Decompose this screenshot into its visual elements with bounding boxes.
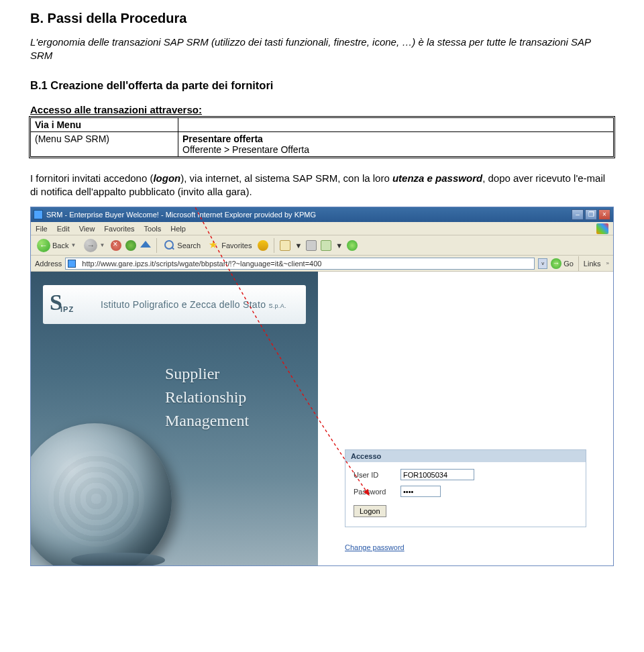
org-banner: SIPZ Istituto Poligrafico e Zecca dello … [43, 285, 306, 324]
login-header: Accesso [345, 450, 586, 462]
table-header-cell [178, 117, 614, 131]
desc-credentials: utenza e password [392, 172, 482, 184]
page-title: B. Passi della Procedura [30, 11, 614, 26]
chevron-down-icon: ▼ [294, 241, 302, 250]
menu-favorites[interactable]: Favorites [104, 225, 134, 233]
chevron-down-icon: ▼ [335, 241, 343, 250]
table-cell-bold: Presentare offerta [182, 133, 263, 144]
refresh-icon[interactable] [125, 240, 136, 251]
ie-toolbar: ← Back ▼ → ▼ Search ★ Favorites ▼ ▼ [31, 235, 613, 256]
srm-title: Supplier Relationship Management [165, 362, 249, 432]
menu-edit[interactable]: Edit [57, 225, 70, 233]
password-label: Password [354, 488, 394, 496]
stop-icon[interactable] [111, 240, 121, 251]
table-cell-line: Offerente > Presentare Offerta [182, 144, 309, 155]
search-icon [164, 240, 175, 251]
change-password-link[interactable]: Change password [345, 543, 600, 551]
login-box: Accesso User ID Password Logon [345, 449, 586, 527]
userid-label: User ID [354, 471, 394, 479]
toolbar-divider [156, 238, 157, 253]
forward-arrow-icon: → [84, 239, 97, 252]
table-cell: (Menu SAP SRM) [31, 131, 178, 156]
access-table: Via i Menu (Menu SAP SRM) Presentare off… [30, 117, 614, 157]
sub-heading: B.1 Creazione dell'offerta da parte dei … [30, 79, 614, 92]
org-name: Istituto Poligrafico e Zecca dello Stato… [101, 299, 286, 310]
menu-help[interactable]: Help [170, 225, 186, 233]
ie-menubar: File Edit View Favorites Tools Help [31, 222, 613, 235]
globe-stand [71, 553, 165, 565]
page-icon [68, 260, 76, 268]
history-icon[interactable] [258, 240, 268, 251]
mail-icon[interactable] [280, 240, 290, 251]
menu-tools[interactable]: Tools [144, 225, 162, 233]
ie-addressbar: Address http://www.gare.ipzs.it/scripts/… [31, 256, 613, 272]
intro-paragraph: L'ergonomia delle transazioni SAP SRM (u… [30, 36, 614, 63]
menu-file[interactable]: File [36, 225, 48, 233]
links-chevron-icon: » [606, 260, 609, 266]
chevron-down-icon: ▼ [99, 242, 105, 248]
minimize-button[interactable]: – [572, 209, 584, 220]
description-paragraph: I fornitori invitati accedono (logon), v… [30, 172, 614, 199]
back-label: Back [52, 241, 68, 250]
toolbar-divider [274, 238, 274, 253]
logon-button[interactable]: Logon [354, 505, 386, 517]
desc-text: ), via internet, al sistema SAP SRM, con… [180, 172, 392, 184]
print-icon[interactable] [306, 240, 317, 251]
edit-icon[interactable] [321, 240, 331, 251]
left-banner-panel: SIPZ Istituto Poligrafico e Zecca dello … [31, 272, 318, 565]
menu-view[interactable]: View [79, 225, 95, 233]
messenger-icon[interactable] [347, 240, 358, 251]
favorites-label: Favorites [221, 241, 252, 250]
go-icon: → [551, 258, 561, 269]
back-button[interactable]: ← Back ▼ [35, 237, 78, 254]
go-button[interactable]: → Go [551, 258, 574, 269]
password-input[interactable] [400, 486, 441, 497]
go-label: Go [564, 260, 574, 268]
globe-image [31, 423, 172, 565]
favorites-button[interactable]: ★ Favorites [207, 239, 254, 252]
ie-titlebar: SRM - Enterprise Buyer Welcome! - Micros… [31, 207, 613, 222]
table-cell: Presentare offerta Offerente > Presentar… [178, 131, 614, 156]
maximize-button[interactable]: ❐ [585, 209, 597, 220]
ie-window: SRM - Enterprise Buyer Welcome! - Micros… [30, 207, 614, 566]
address-url: http://www.gare.ipzs.it/scripts/wgate/bb… [82, 260, 321, 268]
ie-title-text: SRM - Enterprise Buyer Welcome! - Micros… [46, 211, 572, 219]
ipzs-logo-icon: SIPZ [50, 290, 89, 319]
userid-input[interactable] [400, 469, 474, 480]
home-icon[interactable] [140, 241, 151, 248]
address-dropdown[interactable]: v [538, 258, 547, 269]
toolbar-divider [578, 256, 579, 271]
login-panel: Accesso User ID Password Logon Change pa… [318, 272, 613, 551]
search-button[interactable]: Search [162, 239, 203, 252]
chevron-down-icon: ▼ [70, 242, 76, 248]
access-label: Accesso alle transazioni attraverso: [30, 104, 614, 115]
search-label: Search [177, 241, 201, 250]
links-label[interactable]: Links [584, 260, 601, 268]
ie-app-icon [34, 210, 43, 219]
ie-throbber-icon [596, 223, 608, 234]
forward-button[interactable]: → ▼ [82, 237, 107, 254]
star-icon: ★ [209, 240, 219, 251]
ie-content: SIPZ Istituto Poligrafico e Zecca dello … [31, 272, 613, 565]
desc-logon-word: logon [153, 172, 180, 184]
table-header-cell: Via i Menu [31, 117, 178, 131]
address-input[interactable]: http://www.gare.ipzs.it/scripts/wgate/bb… [65, 258, 535, 270]
back-arrow-icon: ← [37, 239, 50, 252]
close-button[interactable]: × [598, 209, 610, 220]
address-label: Address [35, 260, 62, 268]
desc-text: I fornitori invitati accedono ( [30, 172, 153, 184]
